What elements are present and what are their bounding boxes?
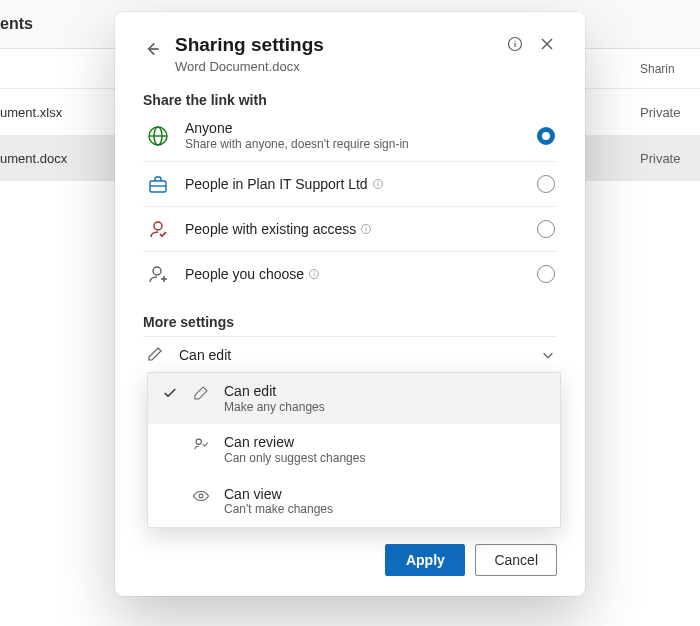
share-option-title: People in Plan IT Support Ltd	[185, 176, 368, 194]
review-icon	[192, 435, 210, 453]
file-sharing: Private	[640, 151, 700, 166]
globe-icon	[145, 123, 171, 149]
eye-icon	[192, 487, 210, 505]
check-spacer	[162, 436, 178, 452]
pencil-icon	[192, 384, 210, 402]
share-section-label: Share the link with	[143, 92, 557, 108]
file-sharing: Private	[640, 105, 700, 120]
info-icon[interactable]	[360, 223, 372, 235]
chevron-down-icon	[541, 348, 555, 362]
briefcase-icon	[145, 171, 171, 197]
share-option-title: People you choose	[185, 266, 304, 284]
sharing-settings-dialog: Sharing settings Word Document.docx Shar…	[115, 12, 585, 596]
dialog-header: Sharing settings Word Document.docx	[143, 34, 557, 74]
permission-option-title: Can review	[224, 434, 546, 451]
radio-button[interactable]	[537, 127, 555, 145]
share-option-briefcase[interactable]: People in Plan IT Support Ltd	[143, 161, 557, 206]
share-option-title: Anyone	[185, 120, 232, 138]
radio-button[interactable]	[537, 175, 555, 193]
share-option-person-plus[interactable]: People you choose	[143, 251, 557, 296]
person-plus-icon	[145, 261, 171, 287]
permission-dropdown[interactable]: Can edit	[143, 336, 557, 372]
close-icon[interactable]	[539, 36, 557, 54]
column-sharing: Sharin	[640, 62, 700, 76]
person-check-icon	[145, 216, 171, 242]
permission-option-subtitle: Make any changes	[224, 400, 546, 414]
share-option-subtitle: Share with anyone, doesn't require sign-…	[185, 137, 523, 152]
permission-option-title: Can view	[224, 486, 546, 503]
back-arrow-icon[interactable]	[143, 40, 161, 58]
share-option-globe[interactable]: AnyoneShare with anyone, doesn't require…	[143, 114, 557, 162]
radio-button[interactable]	[537, 220, 555, 238]
permission-option-eye[interactable]: Can viewCan't make changes	[148, 476, 560, 527]
dialog-footer: Apply Cancel	[143, 544, 557, 576]
info-icon[interactable]	[372, 178, 384, 190]
svg-point-2	[514, 40, 515, 41]
permission-option-subtitle: Can only suggest changes	[224, 451, 546, 465]
pencil-icon	[147, 346, 165, 364]
permission-dropdown-list: Can editMake any changesCan reviewCan on…	[147, 372, 561, 528]
dialog-subtitle: Word Document.docx	[175, 59, 493, 74]
permission-option-subtitle: Can't make changes	[224, 502, 546, 516]
permission-option-pencil[interactable]: Can editMake any changes	[148, 373, 560, 424]
info-icon[interactable]	[308, 268, 320, 280]
info-icon[interactable]	[507, 36, 525, 54]
apply-button[interactable]: Apply	[385, 544, 465, 576]
cancel-button-label: Cancel	[494, 552, 538, 568]
share-option-title: People with existing access	[185, 221, 356, 239]
apply-button-label: Apply	[406, 552, 445, 568]
permission-option-title: Can edit	[224, 383, 546, 400]
permission-dropdown-label: Can edit	[179, 347, 527, 363]
dialog-title: Sharing settings	[175, 34, 493, 57]
more-settings-label: More settings	[143, 314, 557, 330]
share-option-person-check[interactable]: People with existing access	[143, 206, 557, 251]
check-spacer	[162, 488, 178, 504]
cancel-button[interactable]: Cancel	[475, 544, 557, 576]
background-title: ents	[0, 15, 33, 33]
check-icon	[162, 385, 178, 401]
radio-button[interactable]	[537, 265, 555, 283]
permission-option-review[interactable]: Can reviewCan only suggest changes	[148, 424, 560, 475]
